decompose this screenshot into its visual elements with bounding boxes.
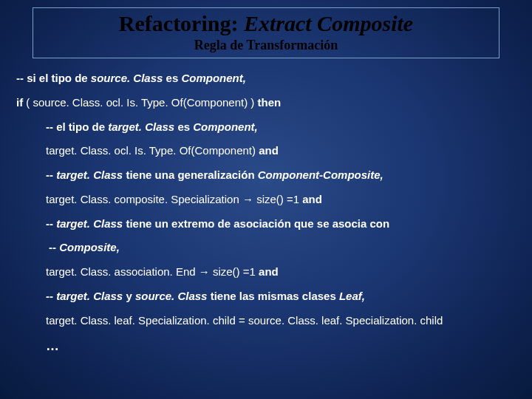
rule-line: target. Class. leaf. Specialization. chi… [16, 314, 516, 328]
text: target. Class [108, 120, 174, 133]
text: size() =1 [253, 193, 302, 205]
rule-line: target. Class. association. End → size()… [16, 265, 516, 279]
text: -- si el tipo de [16, 72, 91, 84]
text: source. Class [91, 72, 163, 84]
text: target. Class. ocl. Is. Type. Of(Compone… [46, 144, 259, 157]
slide-body: -- si el tipo de source. Class es Compon… [0, 58, 532, 355]
text: Leaf, [339, 290, 365, 302]
title-plain: Refactoring: [119, 11, 244, 35]
text: Component, [181, 72, 246, 84]
rule-line: -- target. Class tiene una generalizació… [16, 168, 516, 183]
text: -- [49, 241, 59, 253]
rule-line: if ( source. Class. ocl. Is. Type. Of(Co… [16, 96, 516, 110]
text: target. Class. leaf. Specialization. chi… [46, 314, 443, 327]
text: tiene las mismas clases [207, 290, 338, 302]
rule-line: target. Class. ocl. Is. Type. Of(Compone… [16, 144, 516, 158]
rule-line: -- el tipo de target. Class es Component… [16, 120, 516, 134]
text: size() =1 [210, 265, 259, 278]
rule-line: -- Composite, [16, 241, 516, 255]
text: target. Class. association. End [46, 265, 199, 278]
text: Composite, [59, 241, 120, 253]
arrow-icon: → [199, 265, 210, 278]
text: es [174, 120, 193, 133]
ellipsis: … [16, 338, 516, 355]
text: Component, [193, 120, 258, 133]
text: ( source. Class. ocl. Is. Type. Of(Compo… [23, 96, 257, 109]
text: tiene un extremo de asociación que se as… [123, 217, 389, 230]
text: target. Class. composite. Specialization [46, 193, 242, 205]
arrow-icon: → [242, 193, 253, 205]
rule-line: -- si el tipo de source. Class es Compon… [16, 72, 516, 86]
text: source. Class [135, 290, 208, 302]
text: target. Class [56, 217, 123, 230]
text: y [123, 290, 135, 302]
slide-title: Refactoring: Extract Composite [33, 11, 499, 36]
text: -- el tipo de [46, 120, 108, 133]
text: and [259, 144, 279, 157]
text: target. Class [56, 290, 123, 302]
slide-subtitle: Regla de Transformación [33, 38, 499, 53]
text: then [258, 96, 282, 109]
rule-line: -- target. Class y source. Class tiene l… [16, 290, 516, 304]
text: Component-Composite, [258, 168, 383, 181]
text: -- [46, 290, 56, 302]
text: tiene una generalización [123, 168, 258, 181]
title-italic: Extract Composite [244, 11, 413, 35]
text: target. Class [56, 168, 123, 181]
text: and [259, 265, 279, 278]
rule-line: -- target. Class tiene un extremo de aso… [16, 217, 516, 231]
text: if [16, 96, 23, 109]
header-box: Refactoring: Extract Composite Regla de … [33, 7, 499, 58]
text: -- [46, 217, 56, 230]
text: and [302, 193, 322, 205]
text: -- [46, 168, 56, 181]
text: es [163, 72, 181, 84]
rule-line: target. Class. composite. Specialization… [16, 193, 516, 207]
